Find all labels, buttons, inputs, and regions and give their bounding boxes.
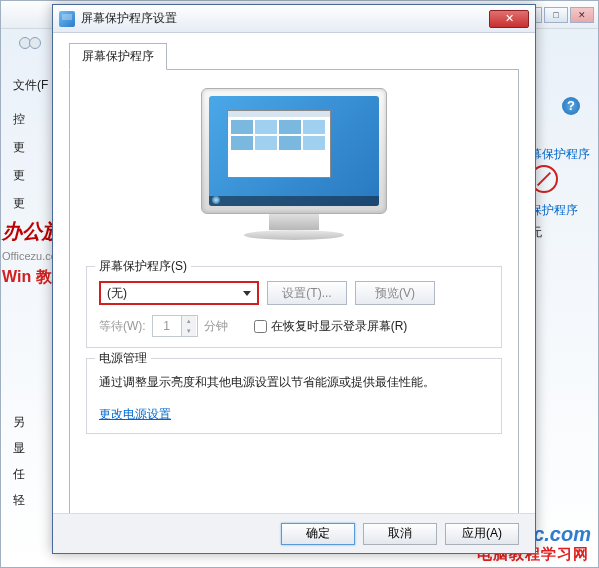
- nav-item[interactable]: 更: [13, 189, 25, 217]
- wait-label: 等待(W):: [99, 318, 146, 335]
- spin-up-icon[interactable]: ▲: [182, 316, 196, 326]
- preview-button[interactable]: 预览(V): [355, 281, 435, 305]
- nav-item[interactable]: 更: [13, 133, 25, 161]
- screensaver-link2[interactable]: 保护程序: [530, 203, 578, 217]
- maximize-button[interactable]: □: [544, 7, 568, 23]
- wait-unit: 分钟: [204, 318, 228, 335]
- settings-button[interactable]: 设置(T)...: [267, 281, 347, 305]
- dialog-titlebar: 屏幕保护程序设置 ✕: [53, 5, 535, 33]
- menu-file[interactable]: 文件(F: [13, 77, 48, 94]
- nav-item[interactable]: 另: [13, 409, 25, 435]
- tab-screensaver[interactable]: 屏幕保护程序: [69, 43, 167, 70]
- wait-spinner[interactable]: ▲ ▼: [152, 315, 198, 337]
- cancel-button[interactable]: 取消: [363, 523, 437, 545]
- nav-item[interactable]: 轻: [13, 487, 25, 513]
- bg-left-nav: 控 更 更 更: [13, 105, 25, 217]
- dialog-icon: [59, 11, 75, 27]
- screensaver-link[interactable]: 幕保护程序: [530, 143, 590, 165]
- tab-panel: 屏幕保护程序(S) (无) 设置(T)... 预览(V) 等待(W): ▲: [69, 69, 519, 521]
- nav-item[interactable]: 显: [13, 435, 25, 461]
- apply-button[interactable]: 应用(A): [445, 523, 519, 545]
- dialog-footer: 确定 取消 应用(A): [53, 513, 535, 553]
- close-button[interactable]: ✕: [489, 10, 529, 28]
- resume-label: 在恢复时显示登录屏幕(R): [271, 318, 408, 335]
- screensaver-combo[interactable]: (无): [99, 281, 259, 305]
- power-settings-link[interactable]: 更改电源设置: [99, 407, 171, 421]
- screensaver-group: 屏幕保护程序(S) (无) 设置(T)... 预览(V) 等待(W): ▲: [86, 266, 502, 348]
- chevron-down-icon: [243, 291, 251, 296]
- preview-window-icon: [227, 110, 331, 178]
- spin-down-icon[interactable]: ▼: [182, 326, 196, 336]
- dialog-title: 屏幕保护程序设置: [81, 10, 489, 27]
- nav-item[interactable]: 更: [13, 161, 25, 189]
- screensaver-dialog: 屏幕保护程序设置 ✕ 屏幕保护程序: [52, 4, 536, 554]
- nav-item[interactable]: 任: [13, 461, 25, 487]
- ok-button[interactable]: 确定: [281, 523, 355, 545]
- power-group: 电源管理 通过调整显示亮度和其他电源设置以节省能源或提供最佳性能。 更改电源设置: [86, 358, 502, 434]
- combo-value: (无): [107, 285, 127, 302]
- nav-item[interactable]: 控: [13, 105, 25, 133]
- start-orb-icon: [212, 196, 220, 204]
- monitor-preview: [201, 88, 387, 248]
- bg-side-lower: 另 显 任 轻: [13, 409, 25, 513]
- power-text: 通过调整显示亮度和其他电源设置以节省能源或提供最佳性能。: [99, 373, 489, 392]
- bg-close-button[interactable]: ✕: [570, 7, 594, 23]
- help-icon[interactable]: ?: [562, 97, 580, 115]
- screensaver-group-label: 屏幕保护程序(S): [95, 258, 191, 275]
- resume-checkbox[interactable]: [254, 320, 267, 333]
- wait-input[interactable]: [153, 319, 181, 333]
- nav-back-forward-icon[interactable]: [19, 37, 47, 49]
- power-group-label: 电源管理: [95, 350, 151, 367]
